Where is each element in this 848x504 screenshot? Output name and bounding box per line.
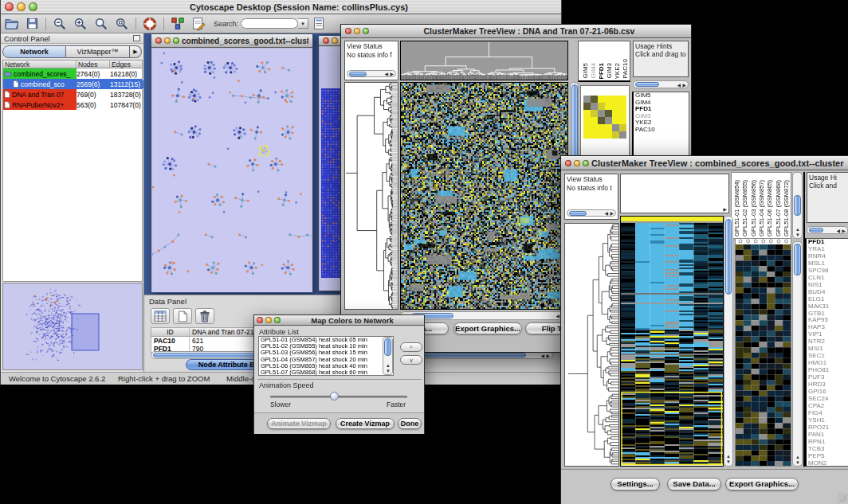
minimize-icon[interactable] xyxy=(354,28,360,34)
tv2-heatmap[interactable] xyxy=(620,216,724,467)
close-icon[interactable] xyxy=(345,28,351,34)
matrix-cell[interactable] xyxy=(591,124,598,131)
animation-speed-slider[interactable] xyxy=(270,396,407,398)
resize-grip[interactable] xyxy=(838,493,847,502)
matrix-cell[interactable] xyxy=(605,131,612,139)
attribute-list[interactable]: GPL51-01 (GSM854) heat shock 05 minGPL51… xyxy=(258,336,394,376)
matrix-cell[interactable] xyxy=(598,110,605,117)
attribute-table-icon[interactable] xyxy=(151,308,170,324)
attribute-list-scrollbar[interactable]: ▲▼ xyxy=(383,337,393,375)
matrix-cell[interactable] xyxy=(591,110,598,117)
delete-attribute-trash-icon[interactable] xyxy=(195,308,214,324)
new-attribute-icon[interactable] xyxy=(173,308,192,324)
report-icon[interactable] xyxy=(308,16,329,32)
search-input[interactable] xyxy=(241,18,298,29)
tv1-heatmap[interactable] xyxy=(400,82,568,310)
matrix-cell[interactable] xyxy=(605,103,612,110)
float-panel-icon[interactable] xyxy=(133,35,140,41)
matrix-cell[interactable] xyxy=(619,124,626,131)
matrix-cell[interactable] xyxy=(619,103,626,110)
zoom-in-icon[interactable] xyxy=(70,16,91,32)
matrix-cell[interactable] xyxy=(605,124,612,131)
tv2-column-dendrogram[interactable]: ▶ xyxy=(620,174,729,213)
settings-button[interactable]: Settings... xyxy=(610,478,660,490)
dialog-titlebar[interactable]: Map Colors to Network xyxy=(254,315,424,326)
network-row[interactable]: combined_sco2569(6)13112(15) xyxy=(3,79,142,89)
done-button[interactable]: Done xyxy=(398,418,422,429)
matrix-cell[interactable] xyxy=(583,96,591,103)
matrix-cell[interactable] xyxy=(605,117,612,124)
matrix-cell[interactable] xyxy=(591,131,598,139)
save-icon[interactable] xyxy=(22,16,42,32)
matrix-cell[interactable] xyxy=(591,103,598,110)
matrix-cell[interactable] xyxy=(598,103,605,110)
matrix-cell[interactable] xyxy=(612,110,619,117)
matrix-cell[interactable] xyxy=(598,117,605,124)
matrix-cell[interactable] xyxy=(619,110,626,117)
gene-item[interactable]: PAC10 xyxy=(634,127,689,134)
export-graphics-button[interactable]: Export Graphics... xyxy=(725,478,799,490)
annotation-icon[interactable] xyxy=(188,16,209,32)
matrix-cell[interactable] xyxy=(619,131,626,139)
network-titlebar[interactable]: combined_scores_good.txt--cluste... xyxy=(151,34,312,48)
network-row[interactable]: combined_scores_2764(0)16218(0) xyxy=(3,68,142,79)
zoom-window-icon[interactable] xyxy=(29,2,37,11)
zoom-window-icon[interactable] xyxy=(583,160,589,166)
matrix-cell[interactable] xyxy=(591,117,598,124)
matrix-cell[interactable] xyxy=(612,103,619,110)
matrix-cell[interactable] xyxy=(598,131,605,139)
tv1-status-scrollbar[interactable]: ◀▶ xyxy=(347,70,396,77)
matrix-cell[interactable] xyxy=(591,96,598,103)
matrix-cell[interactable] xyxy=(612,117,619,124)
tv2-titlebar[interactable]: ClusterMaker TreeView : combined_scores_… xyxy=(561,156,848,170)
matrix-cell[interactable] xyxy=(598,124,605,131)
network-canvas[interactable] xyxy=(152,49,312,292)
network-view-window[interactable]: combined_scores_good.txt--cluste... xyxy=(151,33,313,293)
network-row[interactable]: RNAPuberNov2+563(0)107847(0) xyxy=(3,100,142,110)
move-up-button[interactable]: ^ xyxy=(400,342,422,352)
create-vizmap-button[interactable]: Create Vizmap xyxy=(336,418,395,429)
col-nodes[interactable]: Nodes xyxy=(77,61,110,68)
tab-overflow-arrow-icon[interactable]: ▶ xyxy=(130,45,142,58)
tv1-hscrollbar[interactable]: ◀▶ xyxy=(400,311,568,320)
matrix-cell[interactable] xyxy=(612,96,619,103)
tab-vizmapper[interactable]: VizMapper™ xyxy=(66,45,130,58)
matrix-cell[interactable] xyxy=(619,96,626,103)
zoom-out-icon[interactable] xyxy=(49,16,70,32)
matrix-cell[interactable] xyxy=(605,110,612,117)
tv1-hints-scrollbar[interactable]: ◀▶ xyxy=(633,80,689,88)
save-data-button[interactable]: Save Data... xyxy=(667,478,721,490)
matrix-cell[interactable] xyxy=(605,96,612,103)
slider-thumb[interactable] xyxy=(330,392,339,400)
tv2-zoom-vscrollbar[interactable]: ▲▼ xyxy=(792,241,803,467)
tv2-zoom-heatmap[interactable] xyxy=(735,238,791,467)
main-titlebar[interactable]: Cytoscape Desktop (Session Name: collins… xyxy=(1,0,561,14)
animate-vizmap-button[interactable]: Animate Vizmap xyxy=(267,418,331,429)
matrix-cell[interactable] xyxy=(612,124,619,131)
minimize-icon[interactable] xyxy=(574,160,580,166)
zoom-window-icon[interactable] xyxy=(363,28,369,34)
matrix-cell[interactable] xyxy=(583,131,591,139)
tv2-hints-scrollbar[interactable]: ◀▶ xyxy=(807,226,848,234)
birdseye-view[interactable] xyxy=(2,283,143,370)
minimize-icon[interactable] xyxy=(17,2,26,11)
minimize-icon[interactable] xyxy=(164,37,171,44)
tv1-titlebar[interactable]: ClusterMaker TreeView : DNA and Tran 07-… xyxy=(341,25,691,38)
tab-network[interactable]: Network xyxy=(2,45,66,58)
matrix-cell[interactable] xyxy=(619,117,626,124)
birdseye-canvas[interactable] xyxy=(3,283,142,369)
close-icon[interactable] xyxy=(565,160,571,166)
gene-item[interactable]: MON2 xyxy=(807,460,848,467)
close-icon[interactable] xyxy=(5,2,14,11)
matrix-cell[interactable] xyxy=(598,96,605,103)
tv1-column-dendrogram[interactable] xyxy=(400,41,568,80)
minimize-icon[interactable] xyxy=(332,37,338,44)
col-edges[interactable]: Edges xyxy=(110,61,142,68)
tv2-row-dendrogram[interactable] xyxy=(564,223,619,467)
zoom-window-icon[interactable] xyxy=(173,37,179,44)
matrix-cell[interactable] xyxy=(583,103,591,110)
export-graphics-button[interactable]: Export Graphics... xyxy=(453,322,522,334)
tv2-heatmap-vscrollbar[interactable]: ▲▼ xyxy=(724,216,733,467)
tv2-gene-list[interactable]: PFD1YRA1RNR4MSL1SPC98CLN1NIS1BUD4ELG1MAK… xyxy=(805,238,848,467)
search-dropdown-icon[interactable]: ▼ xyxy=(298,18,308,29)
